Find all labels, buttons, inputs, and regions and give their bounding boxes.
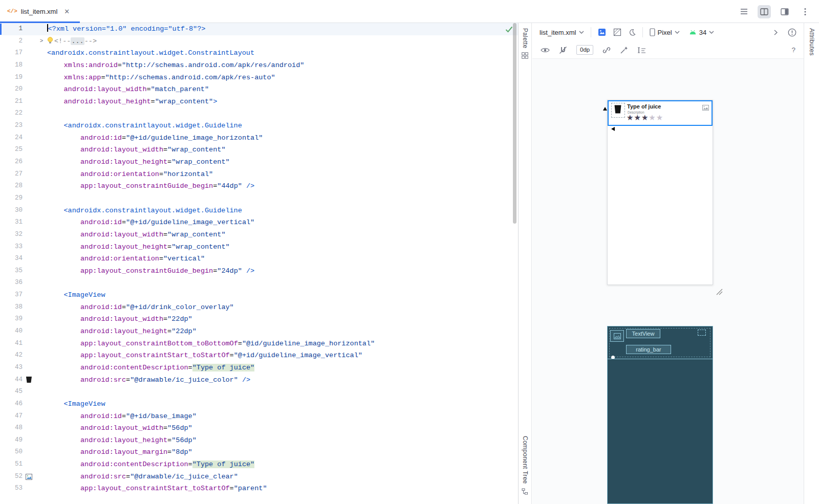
code-line[interactable]: 45 (0, 386, 518, 398)
inspections-ok-icon[interactable] (505, 26, 513, 35)
juice-glass-icon[interactable] (614, 104, 622, 116)
star-icon[interactable]: ★ (649, 113, 656, 122)
bulb-icon[interactable] (47, 37, 53, 44)
code-line[interactable]: 31android:id="@+id/guideline_image_verti… (0, 216, 518, 229)
code-line[interactable]: 18xmlns:android="http://schemas.android.… (0, 59, 518, 72)
autoconnect-off-magnet-icon[interactable] (559, 46, 567, 54)
editor-scrollbar[interactable] (513, 23, 516, 224)
design-surface[interactable]: Type of juice Description ★★★★★ (532, 59, 804, 504)
code-line[interactable]: 51android:contentDescription="Type of ju… (0, 458, 518, 471)
code-line[interactable]: 33android:layout_height="wrap_content" (0, 241, 518, 253)
code-line[interactable]: 27android:orientation="horizontal" (0, 168, 518, 181)
code-line[interactable]: 25android:layout_width="wrap_content" (0, 144, 518, 156)
tab-list-item-xml[interactable]: </> list_item.xml ✕ (0, 0, 77, 23)
code-line[interactable]: 17<androidx.constraintlayout.widget.Cons… (0, 47, 518, 59)
line-number: 42 (0, 349, 23, 362)
gutter-icon-slot[interactable] (23, 471, 36, 483)
chevron-down-icon (709, 31, 714, 34)
gutter-icon-slot (23, 241, 36, 253)
code-line[interactable]: 26android:layout_height="wrap_content" (0, 156, 518, 168)
line-number: 19 (0, 72, 23, 84)
fold-marker[interactable]: > (36, 35, 47, 48)
file-structure-icon[interactable] (737, 5, 750, 18)
gutter-icon-slot (23, 120, 36, 132)
fold-marker (36, 23, 47, 35)
code-line[interactable]: 53app:layout_constraintStart_toStartOf="… (0, 483, 518, 495)
code-line[interactable]: 36 (0, 277, 518, 289)
fold-marker (36, 410, 47, 423)
code-line[interactable]: 1<?xml version="1.0" encoding="utf-8"?> (0, 23, 518, 35)
layout-preview-card[interactable]: Type of juice Description ★★★★★ (607, 100, 713, 285)
code-line[interactable]: 41app:layout_constraintBottom_toBottomOf… (0, 338, 518, 350)
code-line[interactable]: 28app:layout_constraintGuide_begin="44dp… (0, 180, 518, 192)
device-selector[interactable]: Pixel (650, 28, 680, 36)
code-line[interactable]: 38android:id="@+id/drink_color_overlay" (0, 301, 518, 314)
gutter-icon-slot (23, 265, 36, 277)
code-line[interactable]: 50android:layout_margin="8dp" (0, 446, 518, 458)
tab-close-icon[interactable]: ✕ (64, 8, 70, 15)
gutter-icon-slot (23, 72, 36, 84)
design-editor-mode-icon[interactable] (778, 5, 791, 18)
design-file-selector[interactable]: list_item.xml (540, 29, 584, 36)
code-line[interactable]: 23<androidx.constraintlayout.widget.Guid… (0, 120, 518, 132)
code-line[interactable]: 49android:layout_height="56dp" (0, 434, 518, 447)
code-line[interactable]: 44android:src="@drawable/ic_juice_color"… (0, 374, 518, 386)
code-editor[interactable]: 1<?xml version="1.0" encoding="utf-8"?>2… (0, 23, 518, 504)
code-text: android:contentDescription="Type of juic… (47, 458, 518, 471)
attributes-tab[interactable]: Attributes (804, 28, 819, 56)
code-line[interactable]: 2><!--...--> (0, 35, 518, 48)
code-line[interactable]: 52android:src="@drawable/ic_juice_clear" (0, 471, 518, 483)
code-line[interactable]: 32android:layout_width="wrap_content" (0, 229, 518, 241)
night-mode-icon[interactable] (629, 29, 636, 36)
code-text: <androidx.constraintlayout.widget.Guidel… (47, 205, 518, 217)
blueprint-view[interactable]: TextView rating_bar (607, 326, 713, 504)
code-line[interactable]: 42app:layout_constraintStart_toStartOf="… (0, 349, 518, 362)
blueprint-ratingbar-label[interactable]: rating_bar (626, 345, 671, 354)
code-line[interactable]: 24android:id="@+id/guideline_image_horiz… (0, 132, 518, 144)
code-line[interactable]: 29 (0, 192, 518, 205)
code-line[interactable]: 39android:layout_width="22dp" (0, 313, 518, 325)
preview-resize-handle[interactable] (715, 287, 723, 297)
code-line[interactable]: 46<ImageView (0, 398, 518, 410)
code-line[interactable]: 19xmlns:app="http://schemas.android.com/… (0, 72, 518, 84)
clear-constraints-icon[interactable] (602, 46, 611, 54)
star-icon[interactable]: ★ (627, 113, 634, 122)
blueprint-mode-icon[interactable] (613, 28, 621, 36)
code-line[interactable]: 35app:layout_constraintGuide_begin="24dp… (0, 265, 518, 277)
selected-list-item[interactable]: Type of juice Description ★★★★★ (608, 100, 713, 126)
next-preview-icon[interactable] (774, 30, 778, 35)
help-button[interactable]: ? (791, 46, 795, 54)
code-line[interactable]: 20android:layout_width="match_parent" (0, 83, 518, 96)
design-surface-icon[interactable] (598, 28, 606, 36)
item-image-placeholder-icon[interactable] (702, 103, 709, 113)
infer-constraints-wand-icon[interactable] (620, 46, 628, 54)
code-line[interactable]: 22 (0, 107, 518, 120)
code-line[interactable]: 40android:layout_height="22dp" (0, 325, 518, 338)
blueprint-textview-label[interactable]: TextView (626, 329, 660, 338)
component-tree-tab[interactable]: Component Tree (519, 436, 531, 497)
fold-marker (36, 168, 47, 181)
code-line[interactable]: 21android:layout_height="wrap_content"> (0, 96, 518, 108)
star-icon[interactable]: ★ (656, 113, 663, 122)
star-icon[interactable]: ★ (634, 113, 641, 122)
star-icon[interactable]: ★ (641, 113, 649, 122)
palette-tab[interactable]: Palette (519, 28, 531, 61)
more-options-icon[interactable] (799, 5, 812, 18)
line-number: 37 (0, 289, 23, 301)
gutter-icon-slot[interactable] (23, 374, 36, 386)
split-editor-mode-icon[interactable] (758, 5, 771, 18)
api-level-selector[interactable]: 34 (689, 29, 714, 36)
fold-marker (36, 253, 47, 265)
view-options-eye-icon[interactable] (541, 47, 550, 53)
code-line[interactable]: 30<androidx.constraintlayout.widget.Guid… (0, 205, 518, 217)
code-line[interactable]: 48android:layout_width="56dp" (0, 422, 518, 434)
code-line[interactable]: 34android:orientation="vertical" (0, 253, 518, 265)
code-line[interactable]: 47android:id="@+id/base_image" (0, 410, 518, 423)
android-icon (689, 30, 697, 35)
code-line[interactable]: 37<ImageView (0, 289, 518, 301)
code-line[interactable]: 43android:contentDescription="Type of ju… (0, 362, 518, 374)
blueprint-imageview-icon[interactable] (610, 330, 624, 342)
default-margin-selector[interactable]: 0dp (576, 45, 593, 55)
issues-indicator-icon[interactable] (788, 28, 796, 37)
text-size-icon[interactable] (637, 47, 646, 54)
